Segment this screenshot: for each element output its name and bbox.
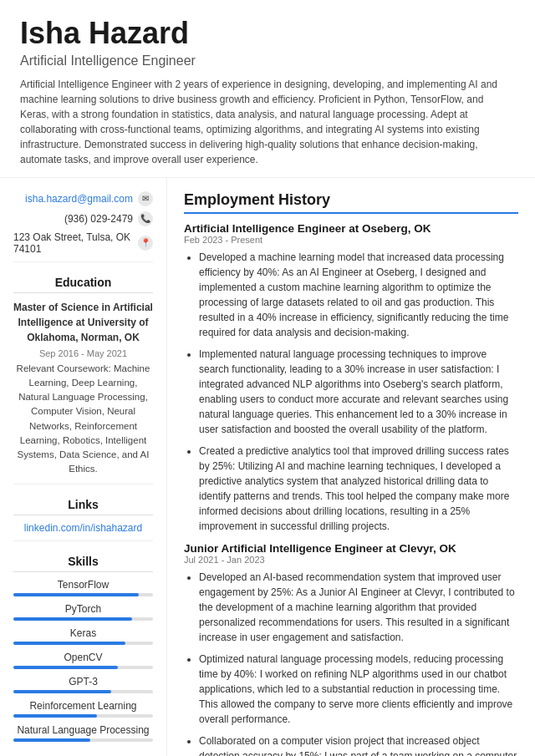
divider-2 xyxy=(13,484,153,485)
skill-name: OpenCV xyxy=(13,652,153,663)
skill-bar-fill xyxy=(13,593,139,596)
skill-name: PyTorch xyxy=(13,603,153,615)
email-link[interactable]: isha.hazard@gmail.com xyxy=(25,193,133,205)
header-section: Isha Hazard Artificial Intelligence Engi… xyxy=(0,0,535,178)
skill-bar-background xyxy=(13,593,153,596)
job-bullets-list: Developed a machine learning model that … xyxy=(184,250,518,534)
skill-bar-background xyxy=(13,714,153,718)
skill-name: Reinforcement Learning xyxy=(13,700,153,712)
skill-item: TensorFlow xyxy=(13,579,153,596)
skills-section: TensorFlow PyTorch Keras OpenCV GPT-3 xyxy=(13,579,153,742)
job-bullet: Developed an AI-based recommendation sys… xyxy=(199,570,518,645)
skill-bar-background xyxy=(13,642,153,645)
skill-item: Natural Language Processing xyxy=(13,724,153,742)
contact-address: 123 Oak Street, Tulsa, OK 74101 📍 xyxy=(13,231,153,255)
education-section-title: Education xyxy=(13,276,153,293)
education-degree: Master of Science in Artificial Intellig… xyxy=(13,300,153,345)
divider-1 xyxy=(13,261,153,262)
links-section: linkedin.com/in/ishahazard xyxy=(13,522,153,534)
job-bullet: Developed a machine learning model that … xyxy=(199,250,518,340)
skill-name: GPT-3 xyxy=(13,676,153,688)
skill-item: Keras xyxy=(13,627,153,645)
skill-item: PyTorch xyxy=(13,603,153,621)
skill-bar-background xyxy=(13,617,153,621)
job-bullets-list: Developed an AI-based recommendation sys… xyxy=(184,570,518,756)
skill-bar-background xyxy=(13,690,153,693)
phone-icon: 📞 xyxy=(138,211,153,226)
skill-name: Natural Language Processing xyxy=(13,724,153,736)
skill-item: OpenCV xyxy=(13,652,153,669)
skill-bar-fill xyxy=(13,666,118,669)
job-bullet: Collaborated on a computer vision projec… xyxy=(199,733,518,756)
jobs-container: Artificial Intelligence Engineer at Oseb… xyxy=(184,222,518,756)
job-bullet: Implemented natural language processing … xyxy=(199,347,518,437)
skill-bar-fill xyxy=(13,738,90,742)
job-bullet: Optimized natural language processing mo… xyxy=(199,652,518,727)
main-content: isha.hazard@gmail.com ✉ (936) 029-2479 📞… xyxy=(0,178,535,756)
left-column: isha.hazard@gmail.com ✉ (936) 029-2479 📞… xyxy=(0,178,167,756)
education-coursework: Relevant Coursework: Machine Learning, D… xyxy=(13,362,153,477)
skill-bar-fill xyxy=(13,617,132,621)
skill-name: Keras xyxy=(13,627,153,639)
education-date: Sep 2016 - May 2021 xyxy=(13,348,153,358)
skill-bar-fill xyxy=(13,642,125,645)
links-section-title: Links xyxy=(13,498,153,515)
job-bullet: Created a predictive analytics tool that… xyxy=(199,444,518,534)
job-entry: Junior Artificial Intelligence Engineer … xyxy=(184,542,518,756)
contact-phone: (936) 029-2479 📞 xyxy=(13,211,153,226)
job-date: Feb 2023 - Present xyxy=(184,235,518,245)
candidate-name: Isha Hazard xyxy=(20,17,515,50)
email-icon: ✉ xyxy=(138,191,153,206)
job-date: Jul 2021 - Jan 2023 xyxy=(184,555,518,565)
job-entry: Artificial Intelligence Engineer at Oseb… xyxy=(184,222,518,534)
skill-bar-background xyxy=(13,666,153,669)
employment-section-title: Employment History xyxy=(184,191,518,214)
phone-text: (936) 029-2479 xyxy=(64,213,133,225)
linkedin-link[interactable]: linkedin.com/in/ishahazard xyxy=(13,522,153,534)
skill-bar-fill xyxy=(13,714,97,718)
job-title: Junior Artificial Intelligence Engineer … xyxy=(184,542,518,555)
right-column: Employment History Artificial Intelligen… xyxy=(167,178,535,756)
candidate-title: Artificial Intelligence Engineer xyxy=(20,53,515,68)
location-icon: 📍 xyxy=(138,236,153,251)
skill-item: GPT-3 xyxy=(13,676,153,693)
contact-email: isha.hazard@gmail.com ✉ xyxy=(13,191,153,206)
skills-section-title: Skills xyxy=(13,555,153,572)
skill-name: TensorFlow xyxy=(13,579,153,591)
skill-bar-fill xyxy=(13,690,111,693)
skill-bar-background xyxy=(13,738,153,742)
candidate-summary: Artificial Intelligence Engineer with 2 … xyxy=(20,77,515,167)
skill-item: Reinforcement Learning xyxy=(13,700,153,718)
degree-bold: Master of Science in Artificial Intellig… xyxy=(13,302,153,343)
address-text: 123 Oak Street, Tulsa, OK 74101 xyxy=(13,231,133,255)
divider-3 xyxy=(13,540,153,541)
job-title: Artificial Intelligence Engineer at Oseb… xyxy=(184,222,518,235)
